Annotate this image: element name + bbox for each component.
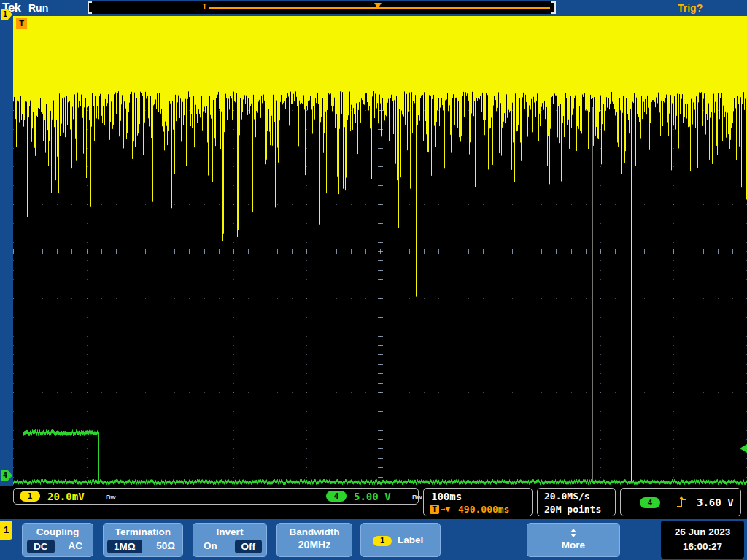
waveform-canvas <box>13 16 747 486</box>
bottom-menu-bar: 1 Coupling DC AC Termination 1MΩ 50Ω Inv… <box>0 519 747 560</box>
trigger-box: 4 3.60 V <box>620 488 741 516</box>
trigger-position-marker-icon[interactable] <box>374 3 382 9</box>
delay-arrows-icon: →▼ <box>441 505 450 514</box>
status-bar: 1 20.0mV Bw 4 5.00 V Bw 100ms T →▼ 490.0… <box>0 486 747 519</box>
bandwidth-value: 20MHz <box>277 539 352 551</box>
more-arrows-icon <box>570 529 576 537</box>
trigger-level: 3.60 V <box>697 497 734 508</box>
bandwidth-label: Bandwidth <box>277 526 352 537</box>
invert-button[interactable]: Invert On Off <box>193 523 267 557</box>
coupling-label: Coupling <box>23 526 93 537</box>
label-channel-badge: 1 <box>373 536 392 546</box>
ch4-scale: 5.00 V <box>354 491 391 502</box>
timebase-scale: 100ms <box>431 491 462 502</box>
channel-menu-tab: 1 <box>0 521 12 540</box>
coupling-option-dc[interactable]: DC <box>27 540 55 553</box>
invert-label: Invert <box>193 526 266 537</box>
datetime-box: 26 Jun 2023 16:00:27 <box>661 521 744 559</box>
ch1-scale: 20.0mV <box>47 491 85 502</box>
more-button[interactable]: More <box>527 523 620 557</box>
rising-edge-icon <box>676 495 688 510</box>
record-length: 20M points <box>544 504 601 515</box>
termination-label: Termination <box>104 526 182 537</box>
termination-option-1m[interactable]: 1MΩ <box>107 540 142 553</box>
oscilloscope-screen: Tek Run T Trig? 1 T 4 1 20.0mV Bw 4 5.00… <box>0 0 747 560</box>
ch4-badge: 4 <box>326 491 347 502</box>
top-bar: Tek Run T Trig? <box>0 0 747 16</box>
ch4-position-marker[interactable]: 4 <box>1 470 12 481</box>
ch1-badge: 1 <box>20 491 40 502</box>
trigger-t-marker[interactable]: T <box>16 18 27 29</box>
invert-option-on[interactable]: On <box>204 540 217 551</box>
invert-option-off[interactable]: Off <box>235 540 263 553</box>
record-bar-right-bracket <box>551 1 556 14</box>
acquisition-status: Run <box>28 2 48 14</box>
coupling-button[interactable]: Coupling DC AC <box>22 523 93 557</box>
date-text: 26 Jun 2023 <box>661 526 744 537</box>
record-trigger-t: T <box>202 2 207 12</box>
time-text: 16:00:27 <box>661 541 744 552</box>
timebase-box: 100ms T →▼ 490.000ms <box>423 488 533 516</box>
ch4-bandwidth-limit-icon: Bw <box>412 494 422 501</box>
record-bar-left-bracket <box>88 1 92 14</box>
more-button-text: More <box>527 540 619 551</box>
label-button[interactable]: 1 Label <box>360 523 441 557</box>
graticule <box>13 16 747 486</box>
coupling-option-ac[interactable]: AC <box>69 540 83 551</box>
sample-rate: 20.0MS/s <box>544 491 590 502</box>
bandwidth-button[interactable]: Bandwidth 20MHz <box>276 523 352 557</box>
termination-option-50[interactable]: 50Ω <box>156 540 175 551</box>
channel-readouts-box: 1 20.0mV Bw 4 5.00 V Bw <box>13 488 419 505</box>
termination-button[interactable]: Termination 1MΩ 50Ω <box>103 523 183 557</box>
label-button-text: Label <box>398 534 423 545</box>
ch1-bandwidth-limit-icon: Bw <box>106 494 116 501</box>
delay-trigger-t-icon: T <box>430 505 439 514</box>
trigger-status: Trig? <box>678 2 703 14</box>
acquisition-box: 20.0MS/s 20M points <box>537 488 616 516</box>
trigger-source-badge: 4 <box>640 497 660 508</box>
delay-value: 490.000ms <box>458 504 509 515</box>
trigger-level-arrow-icon[interactable] <box>740 444 747 453</box>
record-view-bar[interactable]: T <box>88 1 556 14</box>
